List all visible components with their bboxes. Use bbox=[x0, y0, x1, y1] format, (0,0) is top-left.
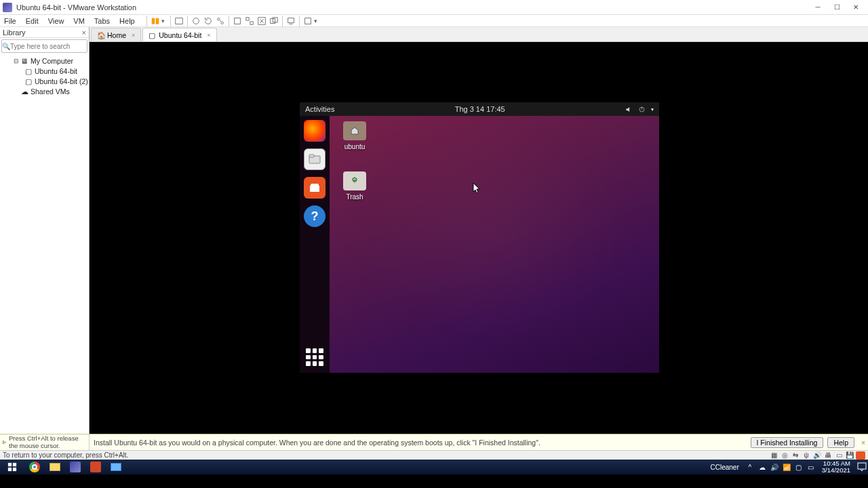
window-titlebar: Ubuntu 64-bit - VMware Workstation ─ ☐ ✕ bbox=[0, 0, 868, 15]
fullscreen-button[interactable] bbox=[256, 15, 268, 27]
ubuntu-desktop[interactable]: ubuntu Trash bbox=[330, 116, 659, 373]
device-usb-icon[interactable]: ψ bbox=[802, 451, 811, 460]
menu-view[interactable]: View bbox=[48, 17, 64, 25]
dock-files[interactable] bbox=[304, 148, 326, 170]
device-net-icon[interactable]: ⇆ bbox=[791, 451, 800, 460]
tree-vm-ubuntu[interactable]: ▢ Ubuntu 64-bit bbox=[0, 66, 89, 76]
device-cd-icon[interactable]: ◎ bbox=[780, 451, 789, 460]
tab-ubuntu[interactable]: ▢ Ubuntu 64-bit × bbox=[142, 28, 216, 41]
vmware-app-icon bbox=[3, 3, 12, 12]
svg-rect-10 bbox=[288, 18, 294, 22]
close-button[interactable]: ✕ bbox=[846, 1, 865, 14]
device-floppy-icon[interactable]: 💾 bbox=[845, 451, 854, 460]
shared-icon: ☁ bbox=[20, 87, 28, 96]
vm-icon: ▢ bbox=[24, 77, 33, 85]
svg-rect-0 bbox=[175, 18, 182, 24]
taskbar-app-red[interactable] bbox=[85, 460, 106, 474]
send-ctrlaltdel-button[interactable] bbox=[173, 15, 185, 27]
tray-chevron-up-icon[interactable]: ^ bbox=[745, 464, 755, 471]
separator bbox=[187, 16, 188, 26]
library-search[interactable]: 🔍 ▾ bbox=[1, 39, 87, 53]
home-icon: 🏠 bbox=[97, 31, 104, 39]
tab-close-button[interactable]: × bbox=[207, 32, 210, 39]
windows-taskbar: CCleaner ^ ☁ 🔊 📶 ▢ ▭ 10:45 AM 3/14/2021 bbox=[0, 460, 868, 474]
maximize-button[interactable]: ☐ bbox=[827, 1, 846, 14]
finished-installing-button[interactable]: I Finished Installing bbox=[751, 437, 824, 448]
action-center-button[interactable] bbox=[856, 460, 868, 474]
dock-show-apps[interactable] bbox=[306, 348, 323, 366]
dock-software[interactable] bbox=[304, 177, 326, 199]
vm-tab-icon: ▢ bbox=[149, 31, 156, 39]
taskbar-explorer[interactable] bbox=[45, 460, 65, 474]
guest-screen[interactable]: Activities Thg 3 14 17:45 ▾ bbox=[300, 102, 659, 373]
activities-button[interactable]: Activities bbox=[305, 105, 334, 113]
main-area: Library × 🔍 ▾ ⊟ 🖥 My Computer ▢ Ubuntu 6… bbox=[0, 27, 868, 434]
tab-close-button[interactable]: × bbox=[132, 32, 135, 39]
tray-battery-icon[interactable]: ▭ bbox=[806, 464, 816, 471]
menu-help[interactable]: Help bbox=[119, 17, 135, 25]
snapshot-revert-button[interactable] bbox=[202, 15, 214, 27]
tray-network-icon[interactable]: 📶 bbox=[781, 464, 792, 471]
svg-rect-18 bbox=[8, 468, 12, 471]
taskbar-clock[interactable]: 10:45 AM 3/14/2021 bbox=[818, 460, 854, 474]
trash-icon bbox=[343, 171, 366, 190]
stretch-dropdown[interactable]: ▾ bbox=[314, 18, 321, 24]
snapshot-manager-button[interactable] bbox=[214, 15, 226, 27]
status-bar: To return to your computer, press Ctrl+A… bbox=[0, 450, 868, 460]
separator bbox=[170, 16, 171, 26]
device-printer-icon[interactable]: 🖶 bbox=[823, 451, 833, 460]
library-panel: Library × 🔍 ▾ ⊟ 🖥 My Computer ▢ Ubuntu 6… bbox=[0, 27, 90, 434]
tab-home[interactable]: 🏠 Home × bbox=[91, 28, 141, 41]
stretch-button[interactable] bbox=[302, 15, 314, 27]
system-tray[interactable]: ▾ bbox=[625, 106, 654, 113]
taskbar-chrome[interactable] bbox=[24, 460, 45, 474]
tree-label: Ubuntu 64-bit (2) bbox=[35, 77, 88, 85]
clock-label[interactable]: Thg 3 14 17:45 bbox=[334, 105, 625, 113]
tree-shared-vms[interactable]: ☁ Shared VMs bbox=[0, 86, 89, 96]
menu-bar: File Edit View VM Tabs Help ▮▮ ▾ ▾ bbox=[0, 15, 868, 27]
dock-firefox[interactable] bbox=[304, 120, 326, 142]
view-single-button[interactable] bbox=[231, 15, 243, 27]
dock-help[interactable]: ? bbox=[304, 205, 326, 227]
vm-console[interactable]: Activities Thg 3 14 17:45 ▾ bbox=[90, 42, 868, 434]
tray-ime-icon[interactable]: ▢ bbox=[793, 464, 804, 471]
collapse-icon[interactable]: ⊟ bbox=[14, 58, 20, 64]
tray-volume-icon[interactable]: 🔊 bbox=[769, 464, 780, 471]
desktop-home-folder[interactable]: ubuntu bbox=[339, 121, 370, 150]
chevron-down-icon: ▾ bbox=[651, 106, 654, 113]
tree-my-computer[interactable]: ⊟ 🖥 My Computer bbox=[0, 56, 89, 66]
tree-vm-ubuntu-2[interactable]: ▢ Ubuntu 64-bit (2) bbox=[0, 76, 89, 86]
device-display-icon[interactable]: ▭ bbox=[834, 451, 844, 460]
tray-onedrive-icon[interactable]: ☁ bbox=[757, 464, 768, 471]
tree-label: My Computer bbox=[31, 57, 73, 65]
device-hdd-icon[interactable]: ▦ bbox=[769, 451, 778, 460]
library-close-button[interactable]: × bbox=[82, 28, 86, 37]
tab-label: Ubuntu 64-bit bbox=[159, 31, 201, 39]
unity-button[interactable] bbox=[268, 15, 280, 27]
library-title: Library bbox=[3, 28, 82, 37]
tray-ccleaner[interactable]: CCleaner bbox=[706, 464, 743, 471]
icon-label: ubuntu bbox=[339, 143, 370, 150]
hint-close-button[interactable]: × bbox=[859, 439, 868, 447]
desktop-trash[interactable]: Trash bbox=[339, 171, 370, 201]
taskbar-app-blue[interactable] bbox=[106, 460, 126, 474]
view-multi-button[interactable] bbox=[243, 15, 256, 27]
svg-rect-20 bbox=[858, 463, 866, 469]
console-view-button[interactable] bbox=[285, 15, 297, 27]
menu-file[interactable]: File bbox=[4, 17, 16, 25]
start-button[interactable] bbox=[0, 460, 24, 474]
device-sound-icon[interactable]: 🔊 bbox=[812, 451, 822, 460]
library-search-input[interactable] bbox=[10, 43, 96, 50]
power-dropdown[interactable]: ▾ bbox=[161, 18, 168, 24]
minimize-button[interactable]: ─ bbox=[808, 1, 827, 14]
message-log-icon[interactable] bbox=[856, 451, 865, 460]
menu-edit[interactable]: Edit bbox=[26, 17, 39, 25]
status-text: To return to your computer, press Ctrl+A… bbox=[3, 451, 768, 459]
svg-rect-5 bbox=[245, 17, 248, 20]
menu-tabs[interactable]: Tabs bbox=[94, 17, 110, 25]
menu-vm[interactable]: VM bbox=[73, 17, 85, 25]
snapshot-take-button[interactable] bbox=[190, 15, 202, 27]
taskbar-vmware[interactable] bbox=[65, 460, 85, 474]
help-button[interactable]: Help bbox=[827, 437, 854, 448]
pause-vm-button[interactable]: ▮▮ bbox=[149, 15, 161, 27]
